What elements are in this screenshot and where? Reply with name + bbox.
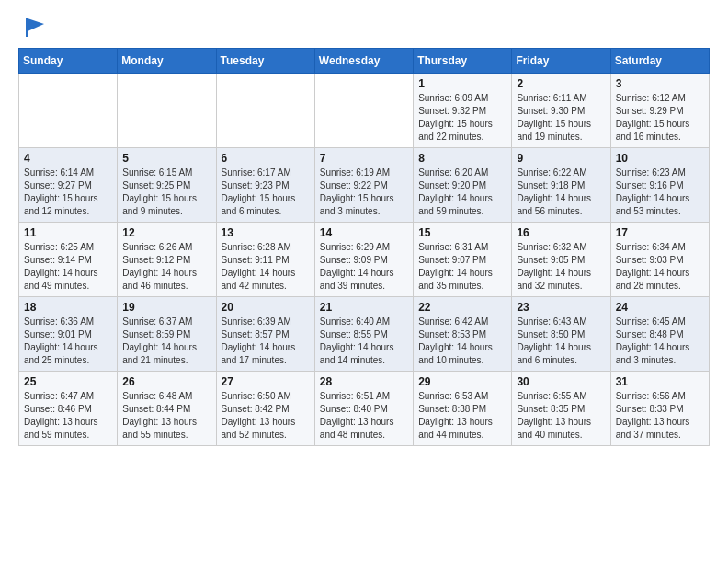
- day-info-line: Daylight: 14 hours: [517, 267, 605, 280]
- day-info-line: Sunrise: 6:29 AM: [320, 241, 408, 254]
- week-row-1: 1Sunrise: 6:09 AMSunset: 9:32 PMDaylight…: [19, 74, 710, 148]
- day-info-line: and 3 minutes.: [320, 205, 408, 218]
- calendar-cell: 3Sunrise: 6:12 AMSunset: 9:29 PMDaylight…: [610, 74, 709, 148]
- calendar-cell: 8Sunrise: 6:20 AMSunset: 9:20 PMDaylight…: [414, 148, 512, 223]
- week-row-2: 4Sunrise: 6:14 AMSunset: 9:27 PMDaylight…: [19, 148, 710, 223]
- calendar-cell: 22Sunrise: 6:42 AMSunset: 8:53 PMDayligh…: [414, 297, 512, 372]
- day-info-line: Sunset: 8:42 PM: [222, 403, 310, 416]
- calendar-cell: 26Sunrise: 6:48 AMSunset: 8:44 PMDayligh…: [118, 372, 216, 446]
- calendar-cell: 9Sunrise: 6:22 AMSunset: 9:18 PMDaylight…: [512, 148, 610, 223]
- day-info-line: Sunrise: 6:53 AM: [418, 390, 506, 403]
- day-info-line: and 35 minutes.: [418, 280, 506, 293]
- day-info-line: Sunrise: 6:25 AM: [24, 241, 112, 254]
- svg-marker-0: [28, 18, 44, 31]
- day-number: 8: [418, 152, 506, 165]
- day-number: 14: [320, 226, 408, 239]
- day-info-line: Sunrise: 6:20 AM: [418, 167, 506, 179]
- day-info-line: Daylight: 13 hours: [24, 416, 112, 429]
- weekday-header-tuesday: Tuesday: [216, 49, 314, 74]
- day-info-line: Sunrise: 6:23 AM: [616, 167, 704, 179]
- calendar-cell: [314, 74, 413, 148]
- day-number: 27: [222, 375, 310, 388]
- day-info-line: Sunrise: 6:39 AM: [222, 316, 310, 328]
- calendar-cell: 13Sunrise: 6:28 AMSunset: 9:11 PMDayligh…: [216, 223, 314, 297]
- day-info-line: Daylight: 14 hours: [616, 341, 704, 354]
- day-info-line: Daylight: 15 hours: [320, 192, 408, 205]
- day-number: 7: [320, 152, 408, 165]
- day-info-line: Sunset: 9:14 PM: [24, 254, 112, 267]
- day-info-line: Sunrise: 6:28 AM: [222, 241, 310, 254]
- day-info-line: Daylight: 14 hours: [517, 341, 605, 354]
- day-info-line: and 19 minutes.: [517, 131, 605, 144]
- day-info-line: Sunrise: 6:36 AM: [24, 316, 112, 328]
- day-info-line: Sunset: 9:05 PM: [517, 254, 605, 267]
- day-info-line: Sunset: 8:48 PM: [616, 328, 704, 341]
- day-info-line: and 42 minutes.: [222, 280, 310, 293]
- day-info-line: Daylight: 14 hours: [122, 341, 210, 354]
- day-info-line: Sunrise: 6:17 AM: [222, 167, 310, 179]
- day-info-line: Daylight: 14 hours: [418, 341, 506, 354]
- day-info-line: and 52 minutes.: [222, 429, 310, 442]
- day-info-line: and 25 minutes.: [24, 354, 112, 367]
- day-info-line: Sunrise: 6:15 AM: [122, 167, 210, 179]
- day-info-line: and 39 minutes.: [320, 280, 408, 293]
- day-info-line: Daylight: 14 hours: [24, 267, 112, 280]
- weekday-header-friday: Friday: [512, 49, 610, 74]
- day-info-line: Sunset: 9:25 PM: [122, 179, 210, 192]
- day-info-line: Sunrise: 6:56 AM: [616, 390, 704, 403]
- weekday-header-monday: Monday: [118, 49, 216, 74]
- day-info-line: Sunset: 8:50 PM: [517, 328, 605, 341]
- day-info-line: and 37 minutes.: [616, 429, 704, 442]
- day-info-line: Sunset: 8:40 PM: [320, 403, 408, 416]
- calendar-cell: 19Sunrise: 6:37 AMSunset: 8:59 PMDayligh…: [118, 297, 216, 372]
- calendar-cell: 25Sunrise: 6:47 AMSunset: 8:46 PMDayligh…: [19, 372, 118, 446]
- day-info-line: Sunrise: 6:50 AM: [222, 390, 310, 403]
- day-number: 2: [517, 77, 605, 90]
- day-number: 9: [517, 152, 605, 165]
- day-number: 22: [418, 301, 506, 314]
- day-number: 10: [616, 152, 704, 165]
- day-info-line: Sunset: 9:11 PM: [222, 254, 310, 267]
- day-number: 17: [616, 226, 704, 239]
- day-info-line: Daylight: 13 hours: [517, 416, 605, 429]
- calendar-cell: 21Sunrise: 6:40 AMSunset: 8:55 PMDayligh…: [314, 297, 413, 372]
- calendar-cell: [118, 74, 216, 148]
- day-info-line: Daylight: 14 hours: [222, 341, 310, 354]
- logo: [18, 15, 46, 40]
- day-info-line: Daylight: 15 hours: [616, 118, 704, 131]
- day-number: 12: [122, 226, 210, 239]
- day-number: 29: [418, 375, 506, 388]
- day-info-line: and 10 minutes.: [418, 354, 506, 367]
- day-number: 18: [24, 301, 112, 314]
- day-info-line: and 12 minutes.: [24, 205, 112, 218]
- day-info-line: and 6 minutes.: [222, 205, 310, 218]
- day-number: 20: [222, 301, 310, 314]
- calendar-cell: 7Sunrise: 6:19 AMSunset: 9:22 PMDaylight…: [314, 148, 413, 223]
- calendar-cell: 24Sunrise: 6:45 AMSunset: 8:48 PMDayligh…: [610, 297, 709, 372]
- day-info-line: and 16 minutes.: [616, 131, 704, 144]
- weekday-header-wednesday: Wednesday: [314, 49, 413, 74]
- day-info-line: Daylight: 14 hours: [418, 192, 506, 205]
- calendar-cell: 6Sunrise: 6:17 AMSunset: 9:23 PMDaylight…: [216, 148, 314, 223]
- day-info-line: Sunset: 9:09 PM: [320, 254, 408, 267]
- calendar-cell: 1Sunrise: 6:09 AMSunset: 9:32 PMDaylight…: [414, 74, 512, 148]
- day-info-line: Sunset: 9:29 PM: [616, 105, 704, 118]
- calendar-cell: 23Sunrise: 6:43 AMSunset: 8:50 PMDayligh…: [512, 297, 610, 372]
- day-info-line: and 59 minutes.: [24, 429, 112, 442]
- day-number: 26: [122, 375, 210, 388]
- day-info-line: Daylight: 13 hours: [616, 416, 704, 429]
- week-row-5: 25Sunrise: 6:47 AMSunset: 8:46 PMDayligh…: [19, 372, 710, 446]
- day-number: 25: [24, 375, 112, 388]
- day-number: 11: [24, 226, 112, 239]
- day-info-line: and 3 minutes.: [616, 354, 704, 367]
- calendar-cell: 10Sunrise: 6:23 AMSunset: 9:16 PMDayligh…: [610, 148, 709, 223]
- day-info-line: Sunrise: 6:32 AM: [517, 241, 605, 254]
- day-info-line: and 48 minutes.: [320, 429, 408, 442]
- logo-icon: [20, 15, 46, 40]
- day-number: 28: [320, 375, 408, 388]
- calendar-cell: 27Sunrise: 6:50 AMSunset: 8:42 PMDayligh…: [216, 372, 314, 446]
- day-info-line: Daylight: 15 hours: [24, 192, 112, 205]
- calendar-cell: [216, 74, 314, 148]
- day-info-line: Sunrise: 6:43 AM: [517, 316, 605, 328]
- day-info-line: and 21 minutes.: [122, 354, 210, 367]
